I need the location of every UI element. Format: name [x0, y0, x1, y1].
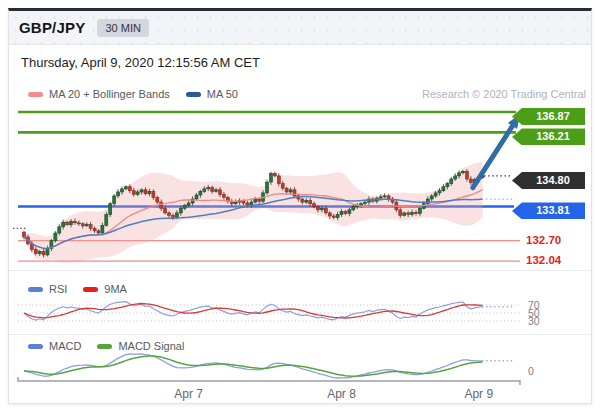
ma50-label: MA 50 — [207, 88, 238, 100]
pivot-price-tag: 133.81 — [512, 202, 585, 219]
symbol-title: GBP/JPY — [19, 19, 85, 36]
ma20-bollinger-label: MA 20 + Bollinger Bands — [49, 88, 170, 100]
card-header: GBP/JPY 30 MIN — [9, 11, 591, 45]
resistance-price-tag: 136.21 — [512, 128, 585, 145]
rsi-swatch-icon — [28, 287, 43, 292]
macd-zero-label: 0 — [528, 365, 552, 377]
ma20-bollinger-swatch-icon — [28, 92, 43, 97]
macd-legend: MACD MACD Signal — [28, 340, 200, 352]
support-price-label: 132.70 — [526, 234, 584, 246]
support-price-label: 132.04 — [526, 254, 584, 266]
panel-separator — [9, 270, 592, 271]
attribution: Research © 2020 Trading Central — [422, 88, 586, 100]
main-chart-legend: MA 20 + Bollinger Bands MA 50 — [28, 88, 254, 100]
macd-signal-swatch-icon — [97, 344, 112, 349]
rsi-9ma-swatch-icon — [83, 287, 98, 292]
rsi-9ma-label: 9MA — [104, 283, 127, 295]
resistance-price-tag: 136.87 — [512, 108, 585, 125]
rsi-label: RSI — [49, 283, 67, 295]
macd-swatch-icon — [28, 344, 43, 349]
x-axis-tick-label: Apr 9 — [457, 387, 501, 401]
ma50-swatch-icon — [186, 92, 201, 97]
macd-signal-label: MACD Signal — [118, 340, 184, 352]
rsi-legend: RSI 9MA — [28, 283, 143, 295]
last-price-tag: 134.80 — [512, 172, 585, 189]
x-axis-tick-label: Apr 7 — [167, 387, 211, 401]
timestamp: Thursday, April 9, 2020 12:15:56 AM CET — [9, 45, 591, 70]
interval-badge[interactable]: 30 MIN — [97, 19, 148, 37]
panel-separator — [9, 334, 592, 335]
rsi-level-label: 30 — [528, 315, 552, 327]
x-axis-tick-label: Apr 8 — [320, 387, 364, 401]
macd-label: MACD — [49, 340, 81, 352]
